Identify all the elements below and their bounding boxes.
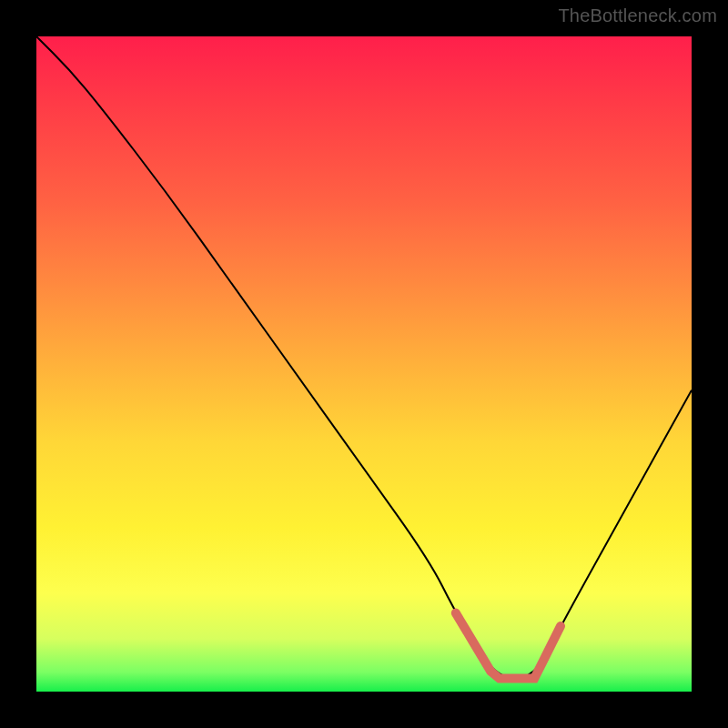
attribution-text: TheBottleneck.com [558,5,717,26]
chart-svg [36,36,692,692]
optimal-range-overlay [456,613,561,679]
bottleneck-curve [36,36,692,679]
plot-area [36,36,692,692]
